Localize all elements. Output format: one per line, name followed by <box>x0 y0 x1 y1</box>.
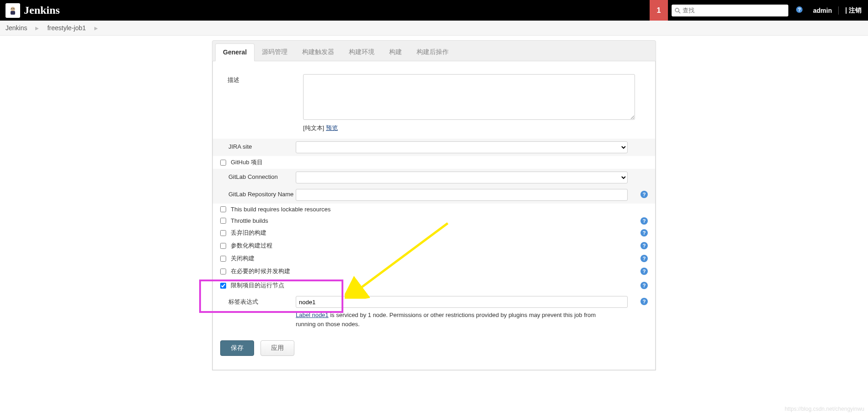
tab-post-build[interactable]: 构建后操作 <box>409 43 456 61</box>
github-project-checkbox[interactable] <box>220 160 226 166</box>
help-icon[interactable]: ? <box>640 268 648 275</box>
config-tabs: General 源码管理 构建触发器 构建环境 构建 构建后操作 <box>212 41 656 61</box>
config-body: 描述 [纯文本] 预览 JIRA site <box>212 61 656 370</box>
help-icon[interactable]: ? <box>640 242 648 249</box>
svg-point-2 <box>11 8 12 9</box>
tab-general[interactable]: General <box>215 43 255 61</box>
param-row: 参数化构建过程 ? <box>213 239 655 252</box>
logout-link[interactable]: | 注销 <box>838 6 868 15</box>
disable-row: 关闭构建 ? <box>213 252 655 265</box>
disable-label: 关闭构建 <box>231 254 255 263</box>
disable-checkbox[interactable] <box>220 256 226 262</box>
help-icon[interactable]: ? <box>640 229 648 237</box>
breadcrumb-jenkins[interactable]: Jenkins <box>5 24 27 32</box>
config-main: General 源码管理 构建触发器 构建环境 构建 构建后操作 描述 [纯文本… <box>212 36 656 371</box>
apply-button[interactable]: 应用 <box>260 340 294 356</box>
restrict-row: 限制项目的运行节点 ? <box>213 278 655 293</box>
jira-site-label: JIRA site <box>220 141 296 150</box>
save-button[interactable]: 保存 <box>220 340 254 356</box>
gitlab-repo-label: GitLab Repository Name <box>220 189 296 198</box>
jenkins-logo[interactable]: Jenkins <box>5 3 60 18</box>
gitlab-conn-label: GitLab Connection <box>220 172 296 180</box>
restrict-label: 限制项目的运行节点 <box>231 281 284 290</box>
svg-point-0 <box>11 7 15 11</box>
help-icon[interactable]: ? <box>640 298 648 305</box>
preview-link[interactable]: 预览 <box>326 124 338 131</box>
restrict-checkbox[interactable] <box>220 283 226 289</box>
svg-rect-1 <box>11 11 15 15</box>
label-expr-input[interactable] <box>296 296 628 308</box>
concurrent-label: 在必要的时候并发构建 <box>231 267 290 275</box>
jira-site-select[interactable] <box>296 141 628 153</box>
svg-point-3 <box>13 8 14 9</box>
label-node-link[interactable]: Label node1 <box>296 312 329 318</box>
tab-triggers[interactable]: 构建触发器 <box>295 43 342 61</box>
search-icon <box>674 7 681 14</box>
svg-point-4 <box>675 8 679 12</box>
description-label: 描述 <box>228 74 303 84</box>
lockable-checkbox[interactable] <box>220 206 226 212</box>
button-bar: 保存 应用 <box>213 336 655 356</box>
lockable-label: This build requires lockable resources <box>231 206 331 213</box>
notification-badge[interactable]: 1 <box>650 0 668 21</box>
tab-build-env[interactable]: 构建环境 <box>342 43 382 61</box>
search-input[interactable] <box>683 7 786 14</box>
breadcrumb-bar: Jenkins ▶ freestyle-job1 ▶ <box>0 21 868 36</box>
help-icon[interactable]: ? <box>640 282 648 289</box>
gitlab-repo-input[interactable] <box>296 189 628 201</box>
concurrent-checkbox[interactable] <box>220 269 226 274</box>
breadcrumb-job[interactable]: freestyle-job1 <box>47 24 86 32</box>
concurrent-row: 在必要的时候并发构建 ? <box>213 265 655 278</box>
jenkins-logo-icon <box>5 3 20 18</box>
svg-line-5 <box>678 11 680 13</box>
help-icon[interactable]: ? <box>640 191 648 198</box>
page-header: Jenkins 1 ? admin | 注销 <box>0 0 868 21</box>
param-checkbox[interactable] <box>220 243 226 249</box>
user-link[interactable]: admin <box>807 7 838 14</box>
search-box[interactable] <box>672 5 788 16</box>
gitlab-conn-select[interactable] <box>296 172 628 183</box>
discard-label: 丢弃旧的构建 <box>231 229 266 237</box>
label-expr-label: 标签表达式 <box>228 296 296 306</box>
lockable-row: This build requires lockable resources <box>213 204 655 215</box>
help-icon[interactable]: ? <box>640 255 648 262</box>
param-label: 参数化构建过程 <box>231 242 272 250</box>
throttle-checkbox[interactable] <box>220 218 226 224</box>
discard-row: 丢弃旧的构建 ? <box>213 226 655 239</box>
tab-build[interactable]: 构建 <box>382 43 409 61</box>
svg-text:?: ? <box>798 7 801 12</box>
chevron-right-icon: ▶ <box>94 26 98 31</box>
label-hint: Label node1 is serviced by 1 node. Permi… <box>296 311 616 328</box>
github-project-label: GitHub 项目 <box>231 158 263 167</box>
github-project-row: GitHub 项目 <box>213 156 655 169</box>
tab-scm[interactable]: 源码管理 <box>255 43 295 61</box>
throttle-row: Throttle builds ? <box>213 215 655 226</box>
header-title: Jenkins <box>24 4 60 16</box>
description-textarea[interactable] <box>303 74 635 120</box>
help-icon[interactable]: ? <box>640 217 648 225</box>
discard-checkbox[interactable] <box>220 230 226 236</box>
header-help-icon[interactable]: ? <box>796 6 803 15</box>
description-hint: [纯文本] 预览 <box>303 124 640 132</box>
chevron-right-icon: ▶ <box>35 26 39 31</box>
throttle-label: Throttle builds <box>231 217 268 224</box>
